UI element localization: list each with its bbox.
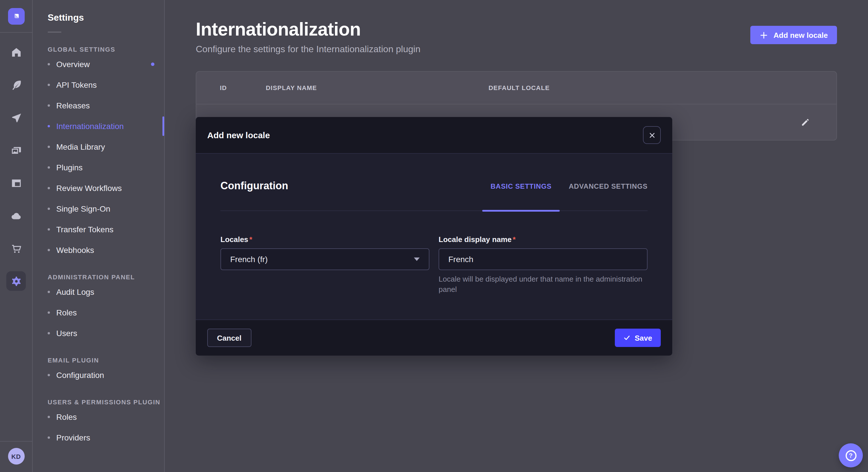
strapi-logo[interactable]: [8, 8, 24, 24]
required-asterisk: *: [249, 235, 252, 244]
tab-advanced-settings[interactable]: ADVANCED SETTINGS: [569, 162, 648, 210]
bullet-icon: [48, 291, 50, 293]
bullet-icon: [48, 187, 50, 189]
sidebar-item-roles[interactable]: Roles: [48, 407, 164, 427]
bullet-icon: [48, 166, 50, 169]
send-icon: [10, 111, 22, 124]
sidebar-item-audit-logs[interactable]: Audit Logs: [48, 281, 164, 302]
sidebar-item-transfer-tokens[interactable]: Transfer Tokens: [48, 219, 164, 240]
sidebar-item-media-library[interactable]: Media Library: [48, 136, 164, 157]
sidebar-item-roles[interactable]: Roles: [48, 302, 164, 323]
rail-item-gear-icon[interactable]: [6, 271, 26, 291]
sidebar-title: Settings: [48, 12, 164, 23]
bullet-icon: [48, 311, 50, 314]
sidebar-item-label: Roles: [56, 412, 77, 422]
display-name-field: Locale display name* Locale will be disp…: [439, 234, 648, 294]
bullet-icon: [48, 208, 50, 210]
add-new-locale-button[interactable]: Add new locale: [751, 26, 837, 44]
rail-item-cart-icon[interactable]: [6, 239, 26, 258]
save-button-label: Save: [634, 334, 652, 342]
sidebar-item-api-tokens[interactable]: API Tokens: [48, 74, 164, 95]
active-indicator: [162, 116, 164, 136]
bullet-icon: [48, 416, 50, 418]
sidebar-item-single-sign-on[interactable]: Single Sign-On: [48, 198, 164, 219]
home-icon: [10, 46, 22, 58]
sidebar-item-webhooks[interactable]: Webhooks: [48, 240, 164, 260]
sidebar-item-label: Users: [56, 329, 77, 338]
sidebar-item-internationalization[interactable]: Internationalization: [48, 116, 164, 136]
column-header-id: ID: [220, 84, 266, 91]
sidebar-item-users[interactable]: Users: [48, 323, 164, 343]
configuration-header-row: Configuration BASIC SETTINGSADVANCED SET…: [220, 162, 648, 211]
settings-tabs: BASIC SETTINGSADVANCED SETTINGS: [491, 162, 648, 210]
rail-nav: [6, 42, 26, 291]
rail-item-cloud-icon[interactable]: [6, 206, 26, 225]
rail-item-home-icon[interactable]: [6, 42, 26, 62]
media-images-icon: [10, 144, 22, 156]
sidebar-item-label: Audit Logs: [56, 287, 94, 297]
sidebar-item-overview[interactable]: Overview: [48, 54, 164, 74]
rail-item-media-images-icon[interactable]: [6, 140, 26, 160]
page-header: Internationalization Configure the setti…: [196, 19, 837, 55]
rail-item-layout-icon[interactable]: [6, 173, 26, 193]
sidebar-item-label: Transfer Tokens: [56, 225, 113, 234]
bullet-icon: [48, 436, 50, 439]
cloud-icon: [10, 210, 22, 222]
sidebar-item-review-workflows[interactable]: Review Workflows: [48, 178, 164, 198]
sidebar-item-label: Plugins: [56, 163, 83, 172]
display-name-label: Locale display name*: [439, 235, 516, 244]
display-name-input[interactable]: [439, 248, 648, 270]
main-nav-rail: KD: [0, 0, 33, 472]
sidebar-item-label: Providers: [56, 433, 90, 442]
locales-select-value: French (fr): [230, 255, 268, 264]
table-header-row: IDDISPLAY NAMEDEFAULT LOCALE: [196, 72, 836, 104]
settings-sidebar: Settings GLOBAL SETTINGSOverviewAPI Toke…: [33, 0, 165, 472]
modal-title: Add new locale: [207, 130, 270, 140]
chevron-down-icon: [414, 258, 420, 261]
configuration-title: Configuration: [220, 180, 288, 192]
bullet-icon: [48, 249, 50, 251]
sidebar-item-label: Roles: [56, 308, 77, 317]
check-icon: [623, 334, 630, 341]
pencil-icon: [800, 117, 810, 127]
layout-icon: [10, 177, 22, 189]
locales-label: Locales*: [220, 235, 252, 244]
locales-select[interactable]: French (fr): [220, 248, 429, 270]
close-icon: [648, 132, 655, 138]
rail-item-send-icon[interactable]: [6, 108, 26, 127]
sidebar-section-label: EMAIL PLUGIN: [48, 357, 164, 364]
sidebar-item-providers[interactable]: Providers: [48, 427, 164, 448]
sidebar-item-label: Configuration: [56, 370, 104, 380]
sidebar-item-configuration[interactable]: Configuration: [48, 365, 164, 385]
user-avatar[interactable]: KD: [8, 448, 24, 465]
sidebar-item-plugins[interactable]: Plugins: [48, 157, 164, 178]
add-locale-modal: Add new locale Configuration BASIC SETTI…: [196, 117, 672, 356]
bullet-icon: [48, 63, 50, 65]
column-header-default-locale: DEFAULT LOCALE: [489, 84, 785, 91]
sidebar-section-label: GLOBAL SETTINGS: [48, 46, 164, 53]
sidebar-item-releases[interactable]: Releases: [48, 95, 164, 116]
modal-fields: Locales* French (fr) Locale display name…: [220, 234, 648, 294]
bullet-icon: [48, 84, 50, 86]
sidebar-item-label: Overview: [56, 60, 90, 69]
modal-body: Configuration BASIC SETTINGSADVANCED SET…: [196, 154, 672, 319]
bullet-icon: [48, 332, 50, 334]
edit-locale-button[interactable]: [800, 117, 810, 127]
rail-footer: KD: [0, 441, 32, 472]
page-subtitle: Configure the settings for the Internati…: [196, 44, 421, 55]
bullet-icon: [48, 104, 50, 107]
cancel-button[interactable]: Cancel: [207, 329, 251, 347]
sidebar-title-divider: [48, 32, 61, 33]
plus-icon: [760, 31, 768, 39]
help-button[interactable]: ?: [839, 443, 863, 467]
modal-footer: Cancel Save: [196, 319, 672, 356]
sidebar-item-label: Review Workflows: [56, 183, 122, 193]
notification-dot: [151, 63, 154, 66]
rail-item-feather-icon[interactable]: [6, 75, 26, 95]
sidebar-section-label: USERS & PERMISSIONS PLUGIN: [48, 399, 164, 405]
tab-basic-settings[interactable]: BASIC SETTINGS: [491, 162, 552, 210]
save-button[interactable]: Save: [615, 329, 661, 347]
question-mark-icon: ?: [845, 450, 856, 461]
close-modal-button[interactable]: [643, 126, 661, 144]
sidebar-section-label: ADMINISTRATION PANEL: [48, 274, 164, 280]
